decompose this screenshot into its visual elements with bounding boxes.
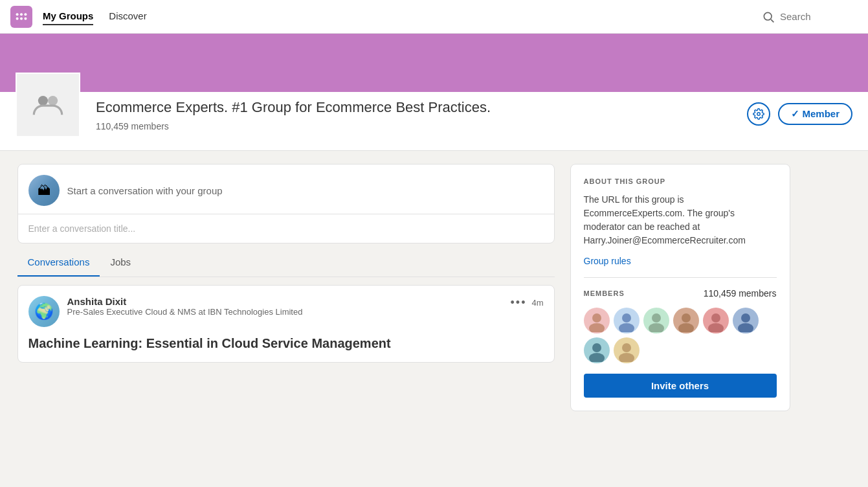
svg-point-20: [708, 323, 724, 332]
divider: [584, 277, 777, 278]
start-conv-top: 🏔 Start a conversation with your group: [18, 164, 554, 214]
svg-point-26: [619, 353, 634, 362]
post-author-subtitle: Pre-Sales Executive Cloud & NMS at IBN T…: [67, 307, 503, 317]
svg-point-4: [20, 17, 23, 19]
svg-point-23: [592, 343, 601, 352]
nav-links: My Groups Discover: [43, 8, 147, 25]
members-count-display: 110,459 members: [704, 288, 777, 299]
app-logo: [10, 6, 32, 28]
post-author-name: Anshita Dixit: [67, 296, 503, 307]
about-text: The URL for this group is EcommerceExper…: [584, 193, 777, 247]
svg-point-0: [16, 13, 19, 16]
discover-link[interactable]: Discover: [109, 8, 146, 25]
svg-point-11: [592, 313, 601, 323]
content-tabs: Conversations Jobs: [17, 249, 555, 277]
post-author-avatar: 🌍: [28, 296, 60, 327]
group-actions: ✓ Member: [747, 92, 852, 126]
about-section-title: ABOUT THIS GROUP: [584, 177, 777, 185]
member-avatars-row: [584, 308, 777, 363]
svg-point-10: [757, 113, 761, 116]
members-header: MEMBERS 110,459 members: [584, 288, 777, 299]
svg-point-24: [589, 353, 605, 362]
right-column: ABOUT THIS GROUP The URL for this group …: [570, 164, 790, 411]
svg-point-17: [682, 313, 691, 323]
svg-point-14: [619, 323, 634, 332]
member-button[interactable]: ✓ Member: [778, 103, 852, 125]
search-input[interactable]: [780, 11, 858, 22]
group-header: Ecommerce Experts. #1 Group for Ecommerc…: [0, 92, 868, 151]
svg-point-3: [16, 17, 19, 19]
post-title[interactable]: Machine Learning: Essential in Cloud Ser…: [28, 335, 544, 352]
svg-point-6: [764, 12, 772, 20]
start-conv-prompt[interactable]: Start a conversation with your group: [67, 185, 223, 196]
member-avatar-6[interactable]: [733, 308, 759, 334]
group-avatar: [16, 73, 80, 137]
svg-point-13: [622, 313, 631, 323]
current-user-avatar: 🏔: [28, 175, 60, 206]
start-conversation-card: 🏔 Start a conversation with your group E…: [17, 164, 555, 244]
group-members-count: 110,459 members: [96, 121, 747, 131]
search-area[interactable]: [762, 10, 858, 23]
top-navigation: My Groups Discover: [0, 0, 868, 34]
gear-icon: [753, 108, 764, 120]
post-time: 4m: [531, 298, 543, 308]
member-avatar-1[interactable]: [584, 308, 610, 334]
svg-point-21: [741, 313, 750, 323]
member-avatar-5[interactable]: [703, 308, 729, 334]
svg-point-8: [38, 96, 48, 106]
svg-point-18: [678, 323, 694, 332]
main-layout: 🏔 Start a conversation with your group E…: [7, 164, 862, 411]
tab-jobs[interactable]: Jobs: [100, 249, 141, 277]
tab-conversations[interactable]: Conversations: [17, 249, 100, 277]
group-info: Ecommerce Experts. #1 Group for Ecommerc…: [96, 92, 747, 131]
member-avatar-8[interactable]: [614, 337, 640, 363]
svg-line-7: [771, 19, 773, 22]
svg-point-19: [711, 313, 720, 323]
member-avatar-7[interactable]: [584, 337, 610, 363]
conv-title-placeholder: Enter a conversation title...: [28, 223, 136, 234]
post-actions: ••• 4m: [511, 296, 544, 310]
group-rules-link[interactable]: Group rules: [584, 256, 631, 266]
my-groups-link[interactable]: My Groups: [43, 8, 93, 25]
svg-point-2: [24, 13, 27, 16]
svg-point-1: [20, 13, 23, 16]
post-more-button[interactable]: •••: [511, 296, 527, 310]
svg-point-22: [738, 323, 753, 332]
cover-banner: [0, 34, 868, 92]
svg-point-12: [589, 323, 605, 332]
svg-point-9: [48, 96, 58, 106]
invite-others-button[interactable]: Invite others: [584, 374, 777, 398]
post-meta: Anshita Dixit Pre-Sales Executive Cloud …: [67, 296, 503, 317]
search-icon: [762, 10, 775, 23]
about-card: ABOUT THIS GROUP The URL for this group …: [570, 164, 790, 411]
svg-point-25: [622, 343, 631, 352]
settings-button[interactable]: [747, 102, 770, 126]
svg-point-15: [652, 313, 661, 323]
post-card: 🌍 Anshita Dixit Pre-Sales Executive Clou…: [17, 285, 555, 363]
member-avatar-4[interactable]: [673, 308, 699, 334]
members-section-title: MEMBERS: [584, 289, 625, 297]
member-avatar-2[interactable]: [614, 308, 640, 334]
member-avatar-3[interactable]: [643, 308, 669, 334]
conv-title-area[interactable]: Enter a conversation title...: [18, 214, 554, 243]
left-column: 🏔 Start a conversation with your group E…: [17, 164, 555, 411]
group-title: Ecommerce Experts. #1 Group for Ecommerc…: [96, 98, 627, 117]
svg-point-16: [649, 323, 664, 332]
post-header: 🌍 Anshita Dixit Pre-Sales Executive Clou…: [28, 296, 544, 327]
svg-point-5: [24, 17, 27, 19]
